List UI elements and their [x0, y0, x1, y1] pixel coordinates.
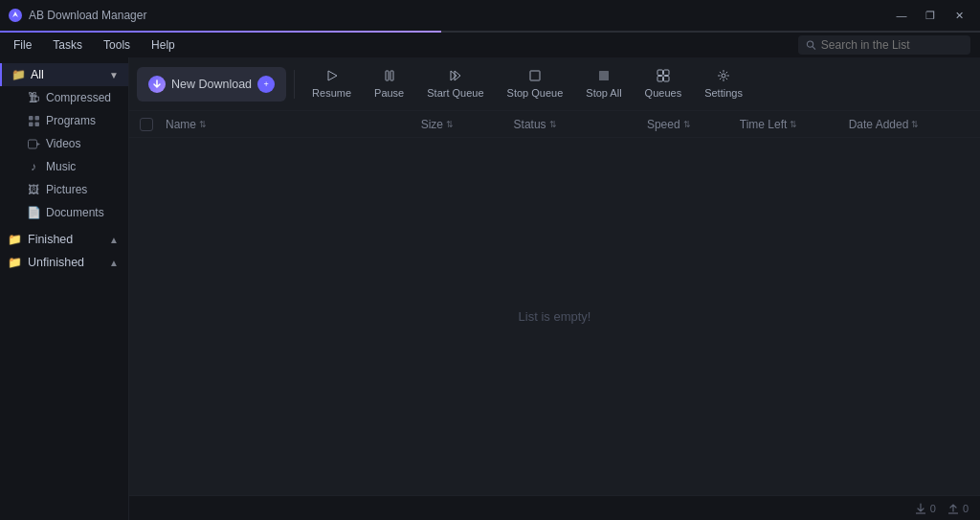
settings-icon	[717, 69, 730, 84]
menu-tools[interactable]: Tools	[94, 35, 140, 55]
app-title: AB Download Manager	[29, 9, 146, 22]
sidebar-item-all[interactable]: 📁 All ▼	[0, 63, 128, 86]
col-header-size[interactable]: Size ⇅	[415, 111, 508, 137]
col-size-sort-icon: ⇅	[446, 120, 454, 129]
svg-rect-4	[34, 116, 39, 121]
start-queue-button[interactable]: Start Queue	[417, 62, 493, 106]
unfinished-chevron-icon: ▲	[109, 258, 119, 268]
finished-chevron-icon: ▲	[109, 235, 119, 245]
title-bar: AB Download Manager — ❐ ✕	[0, 0, 980, 31]
settings-label: Settings	[704, 87, 743, 99]
sidebar-item-music[interactable]: ♪ Music	[0, 155, 128, 178]
search-input[interactable]	[821, 38, 963, 52]
sidebar-item-documents[interactable]: 📄 Documents	[0, 201, 128, 224]
menu-bar: File Tasks Tools Help	[0, 33, 980, 57]
sidebar-unfinished-label: Unfinished	[28, 256, 84, 269]
col-date-sort-icon: ⇅	[911, 120, 919, 129]
minimize-button[interactable]: —	[888, 6, 915, 25]
svg-point-1	[807, 41, 813, 47]
svg-rect-7	[28, 140, 36, 148]
sidebar-pictures-label: Pictures	[46, 183, 87, 196]
sidebar-music-label: Music	[46, 160, 76, 173]
select-all-checkbox[interactable]	[133, 118, 160, 131]
download-count-item: 0	[915, 503, 936, 514]
col-time-sort-icon: ⇅	[790, 120, 797, 129]
resume-icon	[325, 69, 339, 84]
col-speed-sort-icon: ⇅	[683, 120, 691, 129]
svg-rect-3	[29, 116, 33, 121]
start-queue-icon	[449, 69, 462, 84]
svg-marker-8	[37, 143, 40, 146]
svg-rect-6	[34, 122, 39, 126]
sidebar-videos-label: Videos	[46, 137, 80, 150]
empty-message: List is empty!	[519, 309, 591, 324]
status-bar: 0 0	[129, 495, 980, 520]
col-header-time-left[interactable]: Time Left ⇅	[734, 111, 843, 137]
col-date-label: Date Added	[849, 118, 909, 131]
maximize-button[interactable]: ❐	[917, 6, 944, 25]
app-logo-icon	[8, 8, 23, 23]
svg-point-20	[722, 74, 725, 78]
col-header-speed[interactable]: Speed ⇅	[641, 111, 734, 137]
menu-file[interactable]: File	[4, 35, 41, 55]
col-speed-label: Speed	[647, 118, 680, 131]
col-time-label: Time Left	[740, 118, 788, 131]
notification-badge: +	[257, 76, 275, 93]
col-status-label: Status	[514, 118, 546, 131]
sidebar-item-pictures[interactable]: 🖼 Pictures	[0, 178, 128, 201]
sidebar-programs-label: Programs	[46, 114, 96, 127]
search-icon	[806, 39, 816, 51]
file-list: List is empty!	[129, 138, 980, 495]
chevron-down-icon: ▼	[109, 70, 119, 80]
col-header-name[interactable]: Name ⇅	[160, 111, 415, 137]
sidebar: 📁 All ▼ 🗜 Compressed Programs	[0, 57, 129, 520]
sidebar-group-unfinished[interactable]: 📁 Unfinished ▲	[0, 251, 128, 274]
queues-icon	[657, 69, 670, 84]
pause-icon	[383, 69, 396, 84]
col-name-label: Name	[166, 118, 196, 131]
svg-rect-11	[390, 71, 393, 80]
col-name-sort-icon: ⇅	[199, 120, 207, 129]
settings-button[interactable]: Settings	[695, 62, 752, 106]
download-status-icon	[915, 503, 926, 514]
sidebar-all-label: All	[31, 68, 44, 81]
sidebar-compressed-label: Compressed	[46, 91, 111, 104]
svg-rect-16	[657, 70, 663, 76]
resume-button[interactable]: Resume	[302, 62, 361, 106]
col-status-sort-icon: ⇅	[549, 120, 557, 129]
stop-all-button[interactable]: Stop All	[576, 62, 631, 106]
sidebar-item-programs[interactable]: Programs	[0, 109, 128, 132]
start-queue-label: Start Queue	[427, 87, 483, 99]
videos-icon	[27, 137, 40, 150]
col-header-date-added[interactable]: Date Added ⇅	[843, 111, 976, 137]
stop-queue-label: Stop Queue	[507, 87, 564, 99]
new-download-button[interactable]: New Download +	[137, 67, 286, 102]
upload-count: 0	[963, 503, 969, 514]
sidebar-group-finished[interactable]: 📁 Finished ▲	[0, 228, 128, 251]
col-header-status[interactable]: Status ⇅	[508, 111, 641, 137]
title-bar-left: AB Download Manager	[8, 8, 146, 23]
pause-label: Pause	[374, 87, 404, 99]
toolbar: New Download + Resume	[129, 57, 980, 111]
svg-marker-13	[455, 71, 460, 80]
sidebar-item-compressed[interactable]: 🗜 Compressed	[0, 86, 128, 109]
sidebar-documents-label: Documents	[46, 206, 104, 219]
programs-icon	[27, 114, 40, 127]
documents-icon: 📄	[27, 206, 40, 219]
menu-tasks[interactable]: Tasks	[43, 35, 92, 55]
upload-status-icon	[947, 503, 959, 514]
pause-button[interactable]: Pause	[365, 62, 413, 106]
svg-rect-17	[663, 70, 669, 76]
menu-help[interactable]: Help	[142, 35, 185, 55]
finished-folder-icon: 📁	[8, 233, 22, 246]
close-button[interactable]: ✕	[946, 6, 972, 25]
stop-queue-button[interactable]: Stop Queue	[498, 62, 573, 106]
sidebar-item-videos[interactable]: Videos	[0, 132, 128, 155]
header-checkbox[interactable]	[140, 118, 153, 131]
svg-line-2	[813, 47, 815, 50]
toolbar-divider	[294, 70, 295, 99]
queues-button[interactable]: Queues	[635, 62, 692, 106]
music-icon: ♪	[27, 160, 40, 173]
title-bar-controls: — ❐ ✕	[888, 6, 972, 25]
svg-rect-19	[663, 77, 669, 82]
